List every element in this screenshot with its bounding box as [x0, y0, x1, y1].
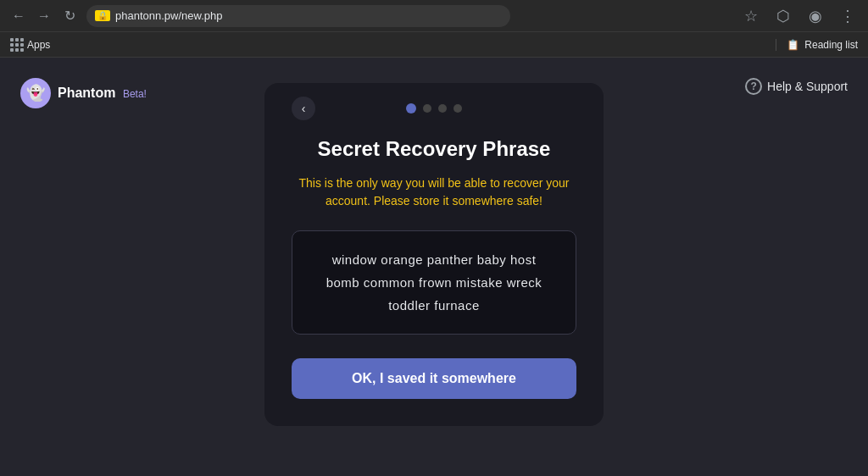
pagination-dot-3	[438, 104, 447, 113]
chrome-browser-bar: ← → ↻ 🔒 phantonn.pw/new.php ☆ ⬡ ◉ ⋮	[0, 0, 868, 32]
pagination: ‹	[292, 103, 576, 113]
apps-label: Apps	[27, 39, 50, 51]
apps-grid-icon	[10, 38, 24, 52]
pagination-dot-2	[423, 104, 431, 113]
seed-line-2: bomb common frown mistake wreck	[313, 271, 555, 294]
url-text: phantonn.pw/new.php	[115, 9, 223, 22]
main-content: 👻 Phantom Beta! ? Help & Support ‹ Secre…	[0, 58, 868, 476]
seed-line-1: window orange panther baby host	[313, 248, 555, 271]
phantom-logo: 👻 Phantom Beta!	[20, 78, 147, 108]
pagination-dot-4	[453, 104, 462, 113]
pagination-dot-1	[406, 103, 416, 113]
forward-button[interactable]: →	[34, 6, 54, 26]
reload-button[interactable]: ↻	[59, 6, 80, 26]
extensions-button[interactable]: ⬡	[771, 4, 795, 28]
reading-list-label: Reading list	[804, 39, 858, 51]
help-support-label: Help & Support	[767, 80, 848, 93]
phantom-icon: 👻	[20, 78, 51, 108]
nav-buttons: ← → ↻	[8, 6, 80, 26]
secret-recovery-card: ‹ Secret Recovery Phrase This is the onl…	[264, 83, 604, 426]
ok-saved-button[interactable]: OK, I saved it somewhere	[292, 358, 576, 399]
lock-icon: 🔒	[95, 10, 110, 21]
reading-list-icon: 📋	[787, 39, 799, 51]
back-button[interactable]: ←	[8, 6, 29, 26]
star-button[interactable]: ☆	[739, 4, 763, 28]
bookmarks-bar: Apps 📋 Reading list	[0, 32, 868, 58]
phantom-name: Phantom	[58, 86, 115, 100]
address-bar[interactable]: 🔒 phantonn.pw/new.php	[86, 5, 510, 27]
seed-phrase-box: window orange panther baby host bomb com…	[292, 230, 576, 335]
seed-line-3: toddler furnace	[313, 294, 555, 317]
phantom-beta-label: Beta!	[123, 88, 147, 100]
warning-text: This is the only way you will be able to…	[292, 174, 576, 210]
help-support-button[interactable]: ? Help & Support	[745, 78, 848, 95]
seed-words: window orange panther baby host bomb com…	[313, 248, 555, 317]
card-title: Secret Recovery Phrase	[318, 137, 551, 161]
menu-button[interactable]: ⋮	[836, 4, 860, 28]
card-back-button[interactable]: ‹	[292, 97, 315, 120]
reading-list-area[interactable]: 📋 Reading list	[776, 39, 858, 51]
chrome-actions: ☆ ⬡ ◉ ⋮	[739, 4, 860, 28]
help-icon: ?	[745, 78, 762, 95]
profile-button[interactable]: ◉	[804, 4, 827, 28]
apps-item[interactable]: Apps	[10, 38, 50, 52]
